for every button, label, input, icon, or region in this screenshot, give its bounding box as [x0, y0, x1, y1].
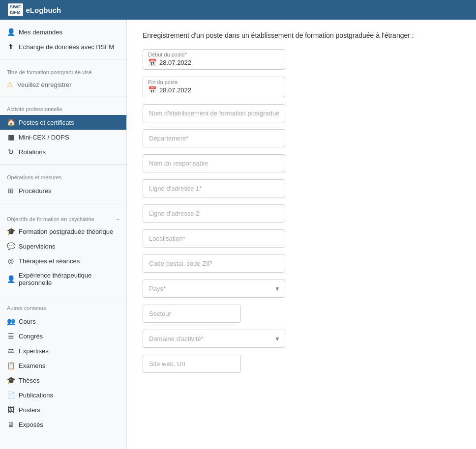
sidebar-item-therapies[interactable]: ◎ Thérapies et séances — [0, 253, 126, 268]
debut-poste-field[interactable]: Début du poste* 📅 28.07.2022 — [143, 49, 285, 70]
sidebar-item-rotations[interactable]: ↻ Rotations — [0, 144, 126, 159]
grid-icon: ▦ — [7, 133, 15, 141]
warning-icon: ⚠ — [7, 81, 13, 88]
sidebar-item-label: Exposés — [19, 421, 43, 428]
sidebar-item-label: Formation postgraduée théorique — [19, 228, 113, 235]
fin-poste-group: Fin du poste 📅 28.07.2022 — [143, 77, 460, 97]
sidebar-item-exposes[interactable]: 🖥 Exposés — [0, 417, 126, 432]
sidebar-operations-section: Opérations et mesures ⊞ Procédures — [0, 168, 126, 200]
pays-group: Pays* France Suisse Belgique Allemagne A… — [143, 280, 460, 298]
site-web-input[interactable] — [143, 355, 241, 373]
adresse1-group — [143, 179, 460, 197]
adresse2-input[interactable] — [143, 204, 285, 223]
calendar-icon2: 📅 — [148, 86, 156, 94]
warning-text: Veuillez enregistrer — [17, 81, 72, 88]
adresse1-input[interactable] — [143, 179, 285, 197]
objectifs-section-title: Objectifs de formation en psychiatrie − — [0, 211, 126, 224]
target-icon: ◎ — [7, 257, 15, 265]
nom-responsable-input[interactable] — [143, 154, 285, 172]
person-icon: 👤 — [7, 275, 15, 283]
sidebar-item-congres[interactable]: ☰ Congrès — [0, 329, 126, 343]
sidebar-objectifs-section: Objectifs de formation en psychiatrie − … — [0, 206, 126, 292]
fin-label: Fin du poste — [143, 77, 285, 85]
sidebar-item-examens[interactable]: 📋 Examens — [0, 358, 126, 373]
sidebar-item-label: Mini-CEX / DOPS — [19, 134, 69, 141]
nom-etablissement-group — [143, 104, 460, 122]
domaine-container: Domaine d'activité* Psychiatrie Neurolog… — [143, 330, 285, 348]
site-web-group — [143, 355, 460, 373]
calendar-icon: 📅 — [148, 58, 156, 66]
departement-input[interactable] — [143, 129, 285, 147]
sidebar-item-postes-certificats[interactable]: 🏠 Postes et certificats — [0, 115, 126, 130]
sidebar-item-supervisions[interactable]: 💬 Supervisions — [0, 239, 126, 253]
code-postal-input[interactable] — [143, 254, 285, 273]
sidebar-item-label: Rotations — [19, 148, 46, 156]
sidebar: 👤 Mes demandes ⬆ Echange de données avec… — [0, 20, 127, 449]
logo-abbr: SIWF ISFM — [8, 3, 23, 16]
debut-poste-group: Début du poste* 📅 28.07.2022 — [143, 49, 460, 70]
sidebar-item-label: Expertises — [19, 347, 49, 355]
chat-icon: 💬 — [7, 242, 15, 250]
nom-etablissement-input[interactable] — [143, 104, 285, 122]
home-icon: 🏠 — [7, 118, 15, 126]
pays-container: Pays* France Suisse Belgique Allemagne A… — [143, 280, 285, 298]
graduation-icon: 🎓 — [7, 227, 15, 235]
page-title: Enregistrement d'un poste dans un établi… — [143, 31, 460, 39]
sidebar-item-mini-cex[interactable]: ▦ Mini-CEX / DOPS — [0, 130, 126, 144]
sidebar-item-posters[interactable]: 🖼 Posters — [0, 402, 126, 417]
autres-section-title: Autres contenus — [0, 303, 126, 314]
code-postal-group — [143, 254, 460, 273]
sidebar-item-label: Procédures — [19, 187, 51, 195]
sidebar-item-label: Supervisions — [19, 243, 55, 250]
sidebar-item-label: Examens — [19, 362, 45, 369]
sidebar-autres-section: Autres contenus 👥 Cours ☰ Congrès ⚖ Expe… — [0, 298, 126, 434]
titre-section-title: Titre de formation postgraduée visé — [0, 67, 126, 78]
sidebar-item-procedures[interactable]: ⊞ Procédures — [0, 183, 126, 198]
sidebar-item-mes-demandes[interactable]: 👤 Mes demandes — [0, 25, 126, 39]
localisation-group — [143, 229, 460, 248]
localisation-input[interactable] — [143, 229, 285, 248]
sidebar-item-label: Posters — [19, 406, 40, 414]
sidebar-warning: ⚠ Veuillez enregistrer — [0, 78, 126, 91]
secteur-group — [143, 305, 460, 323]
sidebar-top-section: 👤 Mes demandes ⬆ Echange de données avec… — [0, 20, 126, 56]
refresh-icon: ↻ — [7, 148, 15, 156]
plus-square-icon: ⊞ — [7, 187, 15, 195]
fin-poste-field[interactable]: Fin du poste 📅 28.07.2022 — [143, 77, 285, 97]
domaine-group: Domaine d'activité* Psychiatrie Neurolog… — [143, 330, 460, 348]
graduation2-icon: 🎓 — [7, 376, 15, 384]
pays-select[interactable]: Pays* France Suisse Belgique Allemagne A… — [143, 280, 285, 298]
nom-responsable-group — [143, 154, 460, 172]
debut-label: Début du poste* — [143, 50, 285, 57]
sidebar-item-label: Cours — [19, 318, 36, 325]
sidebar-item-expertises[interactable]: ⚖ Expertises — [0, 343, 126, 358]
departement-group — [143, 129, 460, 147]
sidebar-item-label: Postes et certificats — [19, 119, 74, 126]
sidebar-activite-section: Activité professionnelle 🏠 Postes et cer… — [0, 99, 126, 161]
sidebar-item-cours[interactable]: 👥 Cours — [0, 314, 126, 329]
people-icon: 👥 — [7, 317, 15, 325]
collapse-icon[interactable]: − — [117, 216, 119, 222]
logo: SIWF ISFM eLogbuch — [8, 3, 61, 16]
sidebar-item-label: Expérience thérapeutique personnelle — [19, 272, 119, 286]
main-content: Enregistrement d'un poste dans un établi… — [127, 20, 476, 449]
sidebar-item-theses[interactable]: 🎓 Thèses — [0, 373, 126, 388]
sidebar-item-label: Thèses — [19, 377, 40, 384]
sidebar-item-publications[interactable]: 📄 Publications — [0, 388, 126, 402]
sidebar-titre-section: Titre de formation postgraduée visé ⚠ Ve… — [0, 62, 126, 93]
activite-section-title: Activité professionnelle — [0, 104, 126, 115]
sidebar-item-label: Mes demandes — [19, 28, 62, 36]
clipboard-icon: 📋 — [7, 362, 15, 369]
sidebar-item-echange-donnees[interactable]: ⬆ Echange de données avec l'ISFM — [0, 39, 126, 54]
upload-icon: ⬆ — [7, 43, 15, 51]
sidebar-item-formation-postgraduee[interactable]: 🎓 Formation postgraduée théorique — [0, 224, 126, 239]
operations-section-title: Opérations et mesures — [0, 172, 126, 183]
secteur-input[interactable] — [143, 305, 241, 323]
sidebar-item-experience[interactable]: 👤 Expérience thérapeutique personnelle — [0, 268, 126, 290]
domaine-select[interactable]: Domaine d'activité* Psychiatrie Neurolog… — [143, 330, 285, 348]
sidebar-item-label: Echange de données avec l'ISFM — [19, 43, 114, 51]
debut-value: 28.07.2022 — [159, 59, 191, 66]
sidebar-item-label: Congrès — [19, 333, 43, 340]
app-header: SIWF ISFM eLogbuch — [0, 0, 476, 20]
sidebar-item-label: Thérapies et séances — [19, 257, 80, 265]
